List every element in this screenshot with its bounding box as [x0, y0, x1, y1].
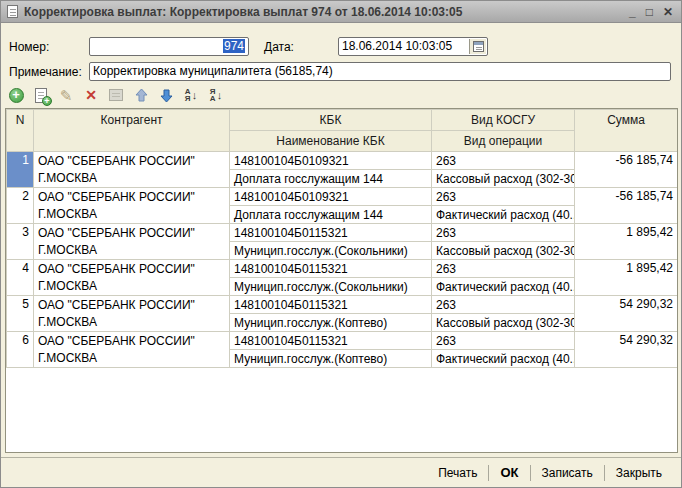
note-value: Корректировка муниципалитета (56185,74): [93, 64, 333, 78]
note-input[interactable]: Корректировка муниципалитета (56185,74): [89, 62, 671, 81]
delete-icon: ✕: [85, 88, 97, 102]
kbk-code-cell[interactable]: 148100104Б0115321: [230, 332, 432, 350]
ok-button[interactable]: ОК: [489, 463, 529, 482]
contragent-line1: ОАО "СБЕРБАНК РОССИИ": [38, 153, 229, 170]
kbk-name-cell[interactable]: Доплата госслужащим 144: [230, 206, 432, 224]
row-number-cell[interactable]: 2: [7, 188, 34, 224]
operation-cell[interactable]: Фактический расход (40...: [432, 206, 575, 224]
contragent-cell[interactable]: ОАО "СБЕРБАНК РОССИИ" Г.МОСКВА: [34, 260, 230, 296]
close-window-button[interactable]: Закрыть: [605, 464, 673, 482]
table-row[interactable]: 5 ОАО "СБЕРБАНК РОССИИ" Г.МОСКВА 1481001…: [7, 296, 678, 314]
sum-cell[interactable]: -56 185,74: [575, 152, 678, 188]
kbk-code-cell[interactable]: 148100104Б0109321: [230, 188, 432, 206]
sum-cell[interactable]: 1 895,42: [575, 224, 678, 260]
minimize-button[interactable]: _: [629, 5, 636, 19]
sum-cell[interactable]: -56 185,74: [575, 188, 678, 224]
arrow-down-icon: [159, 88, 174, 103]
title-bar[interactable]: Корректировка выплат: Корректировка выпл…: [1, 1, 681, 23]
sort-za-icon: Я А: [210, 88, 216, 102]
contragent-line1: ОАО "СБЕРБАНК РОССИИ": [38, 333, 229, 350]
sum-cell[interactable]: 54 290,32: [575, 296, 678, 332]
header-operation[interactable]: Вид операции: [432, 131, 575, 152]
move-up-button[interactable]: [132, 86, 150, 104]
date-value: 18.06.2014 10:03:05: [342, 39, 452, 53]
row-number-cell[interactable]: 1: [7, 152, 34, 188]
footer-bar: Печать ОК Записать Закрыть: [1, 457, 681, 487]
document-icon: [7, 5, 18, 18]
arrow-up-icon: [134, 88, 149, 103]
kosgu-cell[interactable]: 263: [432, 260, 575, 278]
add-icon: +: [9, 88, 24, 103]
header-contragent[interactable]: Контрагент: [34, 110, 230, 152]
operation-cell[interactable]: Кассовый расход (302-30...: [432, 170, 575, 188]
row-number-cell[interactable]: 6: [7, 332, 34, 368]
kosgu-cell[interactable]: 263: [432, 188, 575, 206]
kosgu-cell[interactable]: 263: [432, 152, 575, 170]
set-interval-icon: [109, 89, 123, 101]
close-button[interactable]: ✕: [663, 5, 673, 19]
document-window: Корректировка выплат: Корректировка выпл…: [0, 0, 682, 488]
contragent-cell[interactable]: ОАО "СБЕРБАНК РОССИИ" Г.МОСКВА: [34, 188, 230, 224]
sort-arrow-icon: ↓: [192, 90, 198, 101]
note-label: Примечание:: [9, 65, 82, 79]
kbk-name-cell[interactable]: Доплата госслужащим 144: [230, 170, 432, 188]
kbk-code-cell[interactable]: 148100104Б0115321: [230, 296, 432, 314]
kbk-name-cell[interactable]: Муницип.госслуж.(Коптево): [230, 350, 432, 368]
contragent-cell[interactable]: ОАО "СБЕРБАНК РОССИИ" Г.МОСКВА: [34, 224, 230, 260]
table-row[interactable]: 6 ОАО "СБЕРБАНК РОССИИ" Г.МОСКВА 1481001…: [7, 332, 678, 350]
contragent-line2: Г.МОСКВА: [38, 242, 229, 259]
rows-table[interactable]: N Контрагент КБК Вид КОСГУ Сумма Наимено…: [5, 108, 678, 453]
table-row[interactable]: 1 ОАО "СБЕРБАНК РОССИИ" Г.МОСКВА 1481001…: [7, 152, 678, 170]
header-kbk[interactable]: КБК: [230, 110, 432, 131]
date-input[interactable]: 18.06.2014 10:03:05: [338, 37, 488, 56]
operation-cell[interactable]: Фактический расход (40...: [432, 350, 575, 368]
calendar-icon: [473, 41, 484, 52]
header-kosgu[interactable]: Вид КОСГУ: [432, 110, 575, 131]
kosgu-cell[interactable]: 263: [432, 224, 575, 242]
operation-cell[interactable]: Фактический расход (40...: [432, 278, 575, 296]
table-row[interactable]: 3 ОАО "СБЕРБАНК РОССИИ" Г.МОСКВА 1481001…: [7, 224, 678, 242]
operation-cell[interactable]: Кассовый расход (302-30...: [432, 242, 575, 260]
kbk-name-cell[interactable]: Муницип.госслуж.(Сокольники): [230, 242, 432, 260]
header-kbk-name[interactable]: Наименование КБК: [230, 131, 432, 152]
kbk-code-cell[interactable]: 148100104Б0109321: [230, 152, 432, 170]
number-input[interactable]: 974: [89, 37, 249, 56]
calendar-button[interactable]: [469, 39, 486, 54]
header-n[interactable]: N: [7, 110, 34, 152]
row-number-cell[interactable]: 4: [7, 260, 34, 296]
header-sum[interactable]: Сумма: [575, 110, 678, 152]
edit-row-button[interactable]: ✎: [57, 86, 75, 104]
kosgu-cell[interactable]: 263: [432, 296, 575, 314]
delete-row-button[interactable]: ✕: [82, 86, 100, 104]
kbk-name-cell[interactable]: Муницип.госслуж.(Коптево): [230, 314, 432, 332]
kbk-code-cell[interactable]: 148100104Б0115321: [230, 224, 432, 242]
move-down-button[interactable]: [157, 86, 175, 104]
add-row-button[interactable]: +: [7, 86, 25, 104]
save-button[interactable]: Записать: [531, 464, 604, 482]
sort-ascending-button[interactable]: А Я ↓: [182, 86, 200, 104]
copy-plus-icon: +: [42, 96, 52, 106]
contragent-line2: Г.МОСКВА: [38, 206, 229, 223]
operation-cell[interactable]: Кассовый расход (302-30...: [432, 314, 575, 332]
row-number-cell[interactable]: 3: [7, 224, 34, 260]
kosgu-cell[interactable]: 263: [432, 332, 575, 350]
kbk-name-cell[interactable]: Муницип.госслуж.(Сокольники): [230, 278, 432, 296]
set-interval-button[interactable]: [107, 86, 125, 104]
contragent-line2: Г.МОСКВА: [38, 278, 229, 295]
maximize-button[interactable]: □: [646, 5, 653, 19]
sort-arrow-icon: ↓: [217, 90, 223, 101]
contragent-cell[interactable]: ОАО "СБЕРБАНК РОССИИ" Г.МОСКВА: [34, 152, 230, 188]
contragent-cell[interactable]: ОАО "СБЕРБАНК РОССИИ" Г.МОСКВА: [34, 332, 230, 368]
kbk-code-cell[interactable]: 148100104Б0115321: [230, 260, 432, 278]
copy-row-button[interactable]: +: [32, 86, 50, 104]
window-title: Корректировка выплат: Корректировка выпл…: [24, 5, 629, 19]
contragent-cell[interactable]: ОАО "СБЕРБАНК РОССИИ" Г.МОСКВА: [34, 296, 230, 332]
sort-descending-button[interactable]: Я А ↓: [207, 86, 225, 104]
row-number-cell[interactable]: 5: [7, 296, 34, 332]
sum-cell[interactable]: 54 290,32: [575, 332, 678, 368]
contragent-line1: ОАО "СБЕРБАНК РОССИИ": [38, 225, 229, 242]
print-button[interactable]: Печать: [427, 464, 488, 482]
table-row[interactable]: 4 ОАО "СБЕРБАНК РОССИИ" Г.МОСКВА 1481001…: [7, 260, 678, 278]
table-row[interactable]: 2 ОАО "СБЕРБАНК РОССИИ" Г.МОСКВА 1481001…: [7, 188, 678, 206]
sum-cell[interactable]: 1 895,42: [575, 260, 678, 296]
